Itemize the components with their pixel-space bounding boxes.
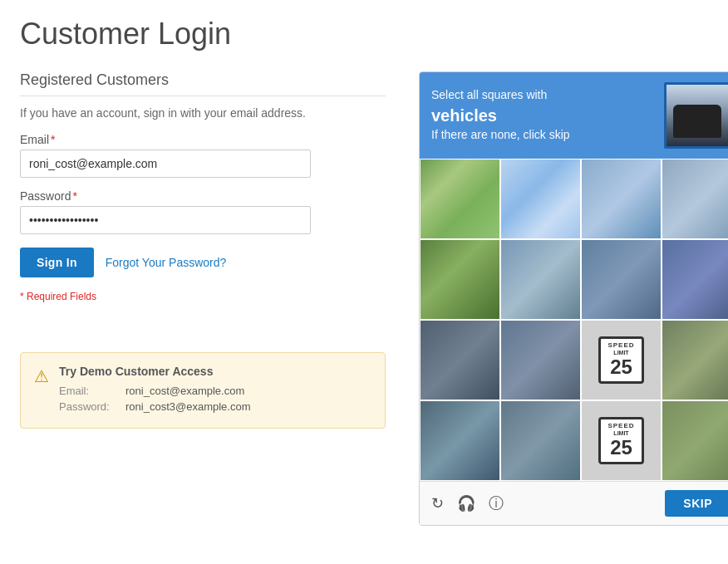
signin-button[interactable]: Sign In — [20, 248, 94, 277]
login-subtitle: If you have an account, sign in with you… — [20, 106, 386, 120]
demo-access-box: ⚠ Try Demo Customer Access Email: roni_c… — [20, 352, 386, 429]
audio-icon[interactable]: 🎧 — [457, 494, 475, 513]
captcha-grid: SPEED LIMIT 25 SPEED LIMIT 25 — [420, 159, 728, 481]
forgot-password-link[interactable]: Forgot Your Password? — [106, 256, 227, 269]
demo-email-key: Email: — [59, 385, 125, 397]
captcha-cell-2[interactable] — [500, 159, 581, 239]
demo-email-val: roni_cost@example.com — [125, 385, 244, 397]
actions-row: Sign In Forgot Your Password? — [20, 248, 386, 277]
captcha-cell-3[interactable] — [581, 159, 662, 239]
captcha-footer: ↻ 🎧 ⓘ SKIP — [420, 481, 728, 525]
demo-password-key: Password: — [59, 400, 125, 413]
captcha-cell-8[interactable] — [662, 239, 728, 320]
captcha-header: Select all squares with vehicles If ther… — [420, 72, 728, 159]
demo-content: Try Demo Customer Access Email: roni_cos… — [59, 365, 250, 416]
demo-email-row: Email: roni_cost@example.com — [59, 385, 250, 397]
captcha-cell-5[interactable] — [420, 239, 500, 320]
captcha-panel: Select all squares with vehicles If ther… — [419, 71, 728, 526]
captcha-cell-12[interactable] — [662, 320, 728, 400]
skip-button[interactable]: SKIP — [665, 490, 728, 517]
page-title: Customer Login — [20, 17, 708, 51]
password-group: Password* — [20, 189, 386, 234]
captcha-instructions: Select all squares with vehicles If ther… — [431, 87, 570, 143]
demo-title: Try Demo Customer Access — [59, 365, 250, 378]
speed-limit-sign-2: SPEED LIMIT 25 — [598, 417, 643, 464]
captcha-cell-10[interactable] — [500, 320, 581, 400]
warning-icon: ⚠ — [34, 366, 49, 386]
captcha-cell-6[interactable] — [500, 239, 581, 320]
captcha-cell-14[interactable] — [500, 400, 581, 481]
password-required-star: * — [72, 189, 76, 203]
captcha-cell-16[interactable] — [662, 400, 728, 481]
car-thumbnail-image — [667, 85, 728, 146]
car-shape — [673, 105, 721, 138]
captcha-thumbnail — [664, 82, 728, 149]
captcha-cell-15[interactable]: SPEED LIMIT 25 — [581, 400, 662, 481]
captcha-cell-11[interactable]: SPEED LIMIT 25 — [581, 320, 662, 400]
email-required-star: * — [51, 133, 55, 146]
captcha-controls: ↻ 🎧 ⓘ — [431, 493, 504, 513]
captcha-subtext: If there are none, click skip — [431, 128, 570, 141]
left-panel: Registered Customers If you have an acco… — [20, 71, 386, 429]
password-label: Password* — [20, 189, 386, 203]
captcha-cell-9[interactable] — [420, 320, 500, 400]
demo-password-val: roni_cost3@example.com — [125, 400, 250, 413]
email-label: Email* — [20, 133, 386, 146]
captcha-subject: vehicles — [431, 104, 570, 127]
password-input[interactable] — [20, 206, 311, 234]
main-layout: Registered Customers If you have an acco… — [20, 71, 708, 526]
captcha-cell-13[interactable] — [420, 400, 500, 481]
captcha-cell-4[interactable] — [662, 159, 728, 239]
info-icon[interactable]: ⓘ — [489, 493, 504, 513]
section-title: Registered Customers — [20, 71, 386, 96]
email-input[interactable] — [20, 150, 311, 178]
page-wrapper: Customer Login Registered Customers If y… — [0, 0, 728, 564]
speed-limit-sign: SPEED LIMIT 25 — [598, 336, 643, 384]
captcha-cell-7[interactable] — [581, 239, 662, 320]
refresh-icon[interactable]: ↻ — [431, 494, 444, 513]
captcha-cell-1[interactable] — [420, 159, 500, 239]
demo-password-row: Password: roni_cost3@example.com — [59, 400, 250, 413]
required-fields-note: * Required Fields — [20, 291, 386, 302]
captcha-header-text: Select all squares with — [431, 88, 547, 101]
email-group: Email* — [20, 133, 386, 178]
